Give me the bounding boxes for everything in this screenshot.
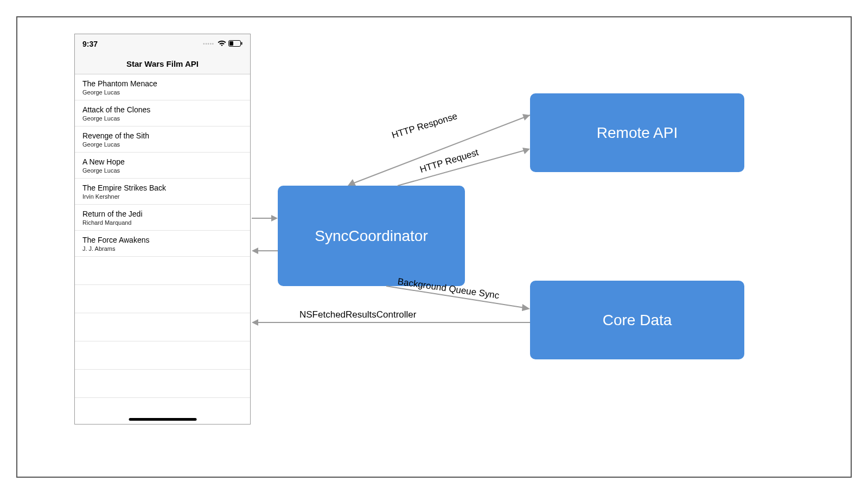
film-director: Richard Marquand — [82, 219, 242, 226]
list-item[interactable]: Revenge of the Sith George Lucas — [75, 126, 250, 153]
list-item[interactable]: Attack of the Clones George Lucas — [75, 100, 250, 126]
list-item[interactable]: The Force Awakens J. J. Abrams — [75, 231, 250, 257]
label-http-response: HTTP Response — [391, 111, 459, 141]
svg-marker-10 — [348, 179, 356, 186]
sync-coordinator-box: SyncCoordinator — [278, 186, 465, 286]
status-bar: 9:37 ••••• — [75, 34, 250, 53]
film-title: Revenge of the Sith — [82, 131, 242, 141]
list-item-empty — [75, 257, 250, 285]
diagram-frame: 9:37 ••••• Star Wars Film API The Phanto… — [16, 16, 852, 478]
arrow-sync-to-phone — [252, 248, 278, 254]
svg-marker-15 — [252, 319, 258, 326]
film-list: The Phantom Menace George Lucas Attack o… — [75, 74, 250, 398]
status-time: 9:37 — [82, 40, 98, 48]
film-title: Attack of the Clones — [82, 105, 242, 115]
film-title: The Empire Strikes Back — [82, 183, 242, 193]
list-item[interactable]: A New Hope George Lucas — [75, 153, 250, 179]
list-item-empty — [75, 341, 250, 370]
list-item-empty — [75, 370, 250, 398]
arrow-phone-to-sync — [252, 215, 278, 221]
film-title: The Phantom Menace — [82, 79, 242, 88]
nav-title: Star Wars Film API — [75, 53, 250, 74]
cellular-dots-icon: ••••• — [203, 41, 214, 47]
svg-rect-2 — [229, 41, 233, 46]
svg-marker-4 — [271, 215, 278, 221]
film-director: George Lucas — [82, 115, 242, 122]
film-title: Return of the Jedi — [82, 209, 242, 219]
film-title: The Force Awakens — [82, 235, 242, 245]
label-nsfrc: NSFetchedResultsController — [299, 309, 416, 320]
phone-mockup: 9:37 ••••• Star Wars Film API The Phanto… — [74, 34, 251, 425]
svg-marker-13 — [522, 304, 530, 311]
film-director: George Lucas — [82, 141, 242, 148]
list-item-empty — [75, 313, 250, 341]
film-title: A New Hope — [82, 157, 242, 167]
film-director: George Lucas — [82, 167, 242, 174]
svg-rect-1 — [241, 42, 242, 45]
battery-icon — [228, 40, 242, 48]
label-http-request: HTTP Request — [419, 147, 480, 175]
list-item[interactable]: Return of the Jedi Richard Marquand — [75, 205, 250, 231]
film-director: J. J. Abrams — [82, 245, 242, 252]
core-data-box: Core Data — [530, 281, 744, 359]
list-item[interactable]: The Phantom Menace George Lucas — [75, 74, 250, 100]
film-director: George Lucas — [82, 88, 242, 96]
film-director: Irvin Kershner — [82, 193, 242, 200]
svg-marker-11 — [522, 114, 530, 121]
svg-marker-8 — [522, 148, 530, 154]
home-indicator-icon — [129, 418, 196, 421]
wifi-icon — [218, 40, 226, 48]
status-right: ••••• — [203, 40, 242, 48]
svg-marker-6 — [252, 248, 258, 254]
list-item-empty — [75, 285, 250, 313]
list-item[interactable]: The Empire Strikes Back Irvin Kershner — [75, 179, 250, 205]
remote-api-box: Remote API — [530, 93, 744, 172]
